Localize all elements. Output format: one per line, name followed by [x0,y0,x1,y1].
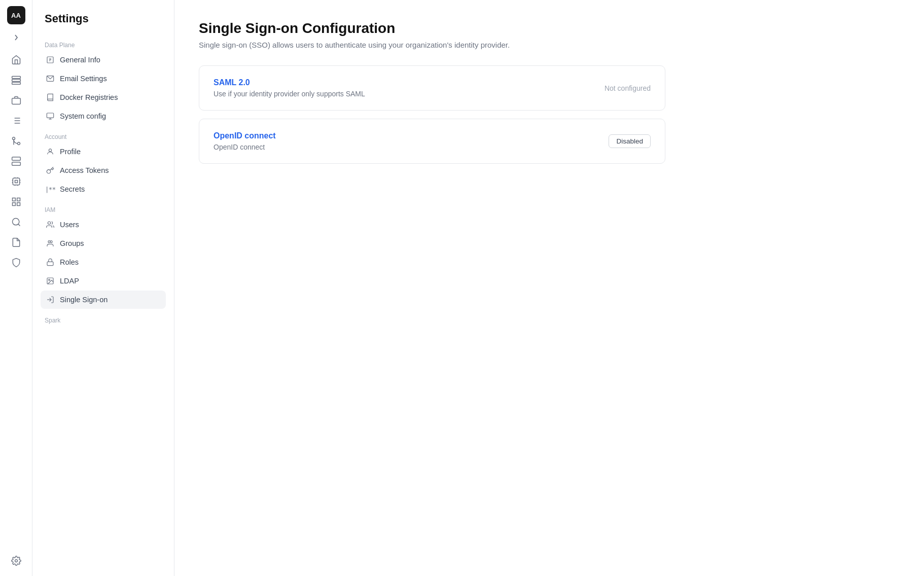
svg-point-11 [12,137,15,140]
nav-layers-icon[interactable] [7,71,25,89]
nav-processor-icon[interactable] [7,172,25,191]
svg-rect-13 [12,162,20,166]
section-label-account: Account [41,129,166,142]
saml-card-status: Not configured [605,84,651,92]
openid-card-title[interactable]: OpenID connect [214,131,276,140]
svg-rect-3 [12,98,20,104]
sidebar-item-label: Single Sign-on [60,296,108,304]
nav-search-icon[interactable] [7,213,25,231]
roles-icon [46,258,55,267]
nav-cast-icon[interactable] [7,91,25,110]
nav-settings-icon[interactable] [7,552,25,570]
ldap-icon [46,276,55,285]
svg-point-47 [49,279,50,281]
svg-line-31 [18,224,20,226]
svg-rect-2 [12,82,20,84]
sidebar-section-data-plane: Data Plane General Info Email Settings D… [41,38,166,125]
svg-point-42 [48,222,50,224]
nav-doc-icon[interactable] [7,233,25,251]
page-subtitle: Single sign-on (SSO) allows users to aut… [199,41,900,49]
sidebar-section-spark: Spark [41,313,166,326]
sidebar-item-users[interactable]: Users [41,215,166,234]
sidebar-section-iam: IAM Users Groups Roles LDAP [41,202,166,309]
svg-rect-0 [12,77,20,79]
svg-point-41 [49,149,51,152]
openid-card: OpenID connect OpenID connect Disabled [199,119,665,164]
docker-registries-icon [46,93,55,102]
nav-storage-icon[interactable] [7,152,25,170]
sidebar-item-profile[interactable]: Profile [41,142,166,161]
svg-rect-38 [47,113,53,118]
section-label-data-plane: Data Plane [41,38,166,51]
svg-rect-17 [15,181,17,183]
svg-point-32 [15,560,17,562]
svg-rect-26 [12,198,15,201]
openid-card-status-badge: Disabled [609,134,651,148]
secrets-icon: |** [46,185,55,194]
groups-icon [46,239,55,248]
svg-rect-29 [17,203,20,206]
sidebar-item-access-tokens[interactable]: Access Tokens [41,161,166,179]
sidebar-item-label: Email Settings [60,75,107,83]
main-content: Single Sign-on Configuration Single sign… [174,0,924,576]
general-info-icon [46,55,55,64]
sidebar-item-label: Profile [60,148,81,156]
saml-card: SAML 2.0 Use if your identity provider o… [199,65,665,111]
settings-title: Settings [41,12,166,25]
sidebar-item-ldap[interactable]: LDAP [41,272,166,290]
openid-card-description: OpenID connect [214,143,276,151]
single-sign-on-icon [46,295,55,304]
sidebar-item-secrets[interactable]: |** Secrets [41,180,166,198]
settings-sidebar: Settings Data Plane General Info Email S… [32,0,174,576]
sidebar-item-label: Users [60,221,79,229]
sidebar-item-label: Groups [60,239,84,247]
openid-card-left: OpenID connect OpenID connect [214,131,276,151]
svg-point-10 [17,142,20,145]
sidebar-item-system-config[interactable]: System config [41,107,166,125]
system-config-icon [46,112,55,121]
profile-icon [46,147,55,156]
sidebar-item-general-info[interactable]: General Info [41,51,166,69]
sidebar-item-label: Access Tokens [60,166,109,174]
nav-git-icon[interactable] [7,132,25,150]
svg-rect-27 [17,198,20,201]
sidebar-item-roles[interactable]: Roles [41,253,166,271]
sidebar-item-label: Roles [60,258,79,266]
svg-point-44 [50,241,52,243]
page-title: Single Sign-on Configuration [199,20,900,37]
sidebar-item-docker-registries[interactable]: Docker Registries [41,88,166,106]
email-settings-icon [46,74,55,83]
svg-rect-1 [12,79,20,81]
saml-card-description: Use if your identity provider only suppo… [214,90,365,98]
svg-rect-16 [13,178,19,185]
users-icon [46,220,55,229]
section-label-iam: IAM [41,202,166,215]
icon-rail: AA [0,0,32,576]
svg-rect-12 [12,157,20,161]
sidebar-item-single-sign-on[interactable]: Single Sign-on [41,291,166,309]
sidebar-item-label: General Info [60,56,100,64]
saml-card-left: SAML 2.0 Use if your identity provider o… [214,78,365,98]
section-label-spark: Spark [41,313,166,326]
sidebar-item-email-settings[interactable]: Email Settings [41,69,166,88]
svg-rect-28 [12,203,15,206]
nav-apps-icon[interactable] [7,193,25,211]
avatar[interactable]: AA [7,6,25,24]
sidebar-item-label: Docker Registries [60,93,118,101]
saml-card-title[interactable]: SAML 2.0 [214,78,365,87]
access-tokens-icon [46,166,55,175]
svg-rect-45 [47,262,53,265]
sidebar-item-label: Secrets [60,185,85,193]
sidebar-item-label: LDAP [60,277,79,285]
sidebar-section-account: Account Profile Access Tokens |** Secret… [41,129,166,198]
svg-point-30 [12,219,19,225]
sidebar-item-label: System config [60,112,106,120]
nav-list-icon[interactable] [7,112,25,130]
nav-home-icon[interactable] [7,51,25,69]
nav-shield-icon[interactable] [7,254,25,272]
sidebar-item-groups[interactable]: Groups [41,234,166,253]
sidebar-toggle-button[interactable] [9,30,23,45]
